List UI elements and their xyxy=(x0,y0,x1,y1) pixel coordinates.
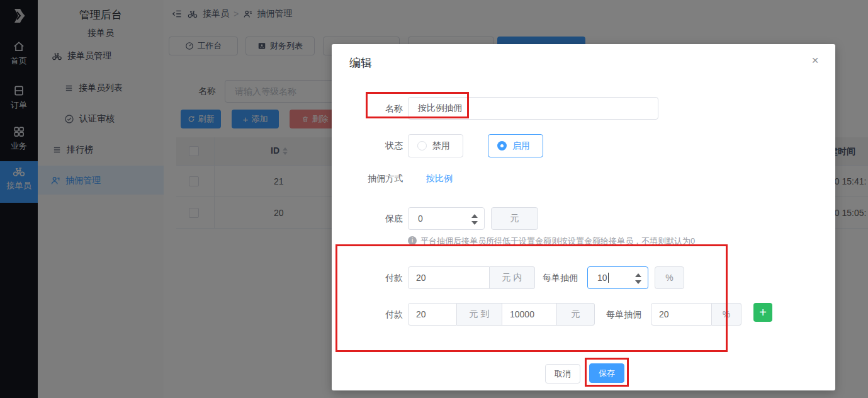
radio-selected-icon xyxy=(497,141,507,151)
tier2-from-input[interactable]: 20 xyxy=(408,303,457,326)
tier2-rate-input[interactable]: 20 xyxy=(651,303,712,326)
tier2-rate-label: 每单抽佣 xyxy=(606,309,641,321)
tier2-rate-group: 20 % xyxy=(651,303,741,326)
tier1-amount-unit-addon: 元 内 xyxy=(490,266,535,289)
name-label: 名称 xyxy=(344,103,403,115)
name-input[interactable]: 按比例抽佣 xyxy=(408,97,658,120)
tier1-pay-label: 付款 xyxy=(344,273,403,284)
floor-tip: i 平台抽佣后接单员所得低于设置金额则按设置金额给接单员，不填则默认为0 xyxy=(408,236,741,247)
save-button[interactable]: 保存 xyxy=(589,363,624,383)
status-label: 状态 xyxy=(344,140,403,152)
tier1-rate-label: 每单抽佣 xyxy=(543,273,578,284)
tier1-rate-unit-addon: % xyxy=(655,266,684,289)
floor-number-input[interactable]: 0 xyxy=(408,207,485,230)
status-disabled-radio[interactable]: 禁用 xyxy=(408,134,463,157)
method-label: 抽佣方式 xyxy=(344,173,403,185)
floor-unit-addon: 元 xyxy=(491,207,538,230)
tier2-to-unit-addon: 元 xyxy=(557,303,595,326)
number-stepper[interactable] xyxy=(468,208,482,230)
tier2-to-input[interactable]: 10000 xyxy=(502,303,557,326)
close-icon[interactable]: × xyxy=(808,53,823,68)
tier2-range-group: 20 元 到 10000 元 xyxy=(408,303,595,326)
method-option-label[interactable]: 按比例 xyxy=(426,173,453,185)
dialog-title: 编辑 xyxy=(349,55,372,71)
info-icon: i xyxy=(408,236,417,245)
tier1-amount-input[interactable]: 20 xyxy=(408,266,490,289)
status-enabled-radio[interactable]: 启用 xyxy=(488,134,543,157)
radio-icon xyxy=(417,141,427,151)
app-screen: 首页 订单 业务 xyxy=(0,0,868,398)
floor-label: 保底 xyxy=(344,213,403,225)
tier2-from-unit-addon: 元 到 xyxy=(457,303,502,326)
add-tier-button[interactable]: + xyxy=(753,303,772,322)
number-stepper[interactable] xyxy=(631,267,645,290)
text-caret xyxy=(608,273,609,283)
tier1-amount-group: 20 元 内 xyxy=(408,266,535,289)
edit-dialog: 编辑 × 名称 按比例抽佣 状态 禁用 启用 抽佣方式 按比例 保底 0 元 i xyxy=(332,44,835,390)
cancel-button[interactable]: 取消 xyxy=(545,364,580,384)
tier2-rate-unit-addon: % xyxy=(712,303,741,326)
tier2-pay-label: 付款 xyxy=(344,309,403,321)
tier1-rate-input-focused[interactable]: 10 xyxy=(587,266,648,289)
